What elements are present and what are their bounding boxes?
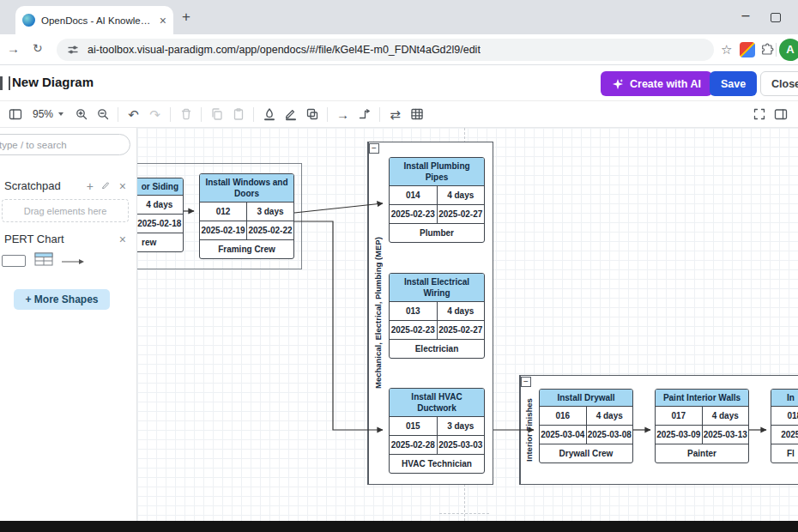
zoom-in-icon[interactable] [70, 104, 92, 124]
node-title: Install Plumbing Pipes [390, 158, 484, 186]
url-bar[interactable]: ai-toolbox.visual-paradigm.com/app/opend… [57, 39, 714, 61]
divider [379, 107, 380, 122]
tab-close-icon[interactable]: × [160, 15, 166, 27]
pert-node-hvac[interactable]: Install HVAC Ductwork 015 3 days 2025-02… [389, 388, 485, 474]
node-id-cell: 015 [390, 417, 438, 435]
save-label: Save [721, 78, 746, 90]
tab-title: OpenDocs - AI Knowledge Base [41, 15, 154, 26]
delete-icon [175, 104, 196, 124]
pert-node-plumbing[interactable]: Install Plumbing Pipes 014 4 days 2025-0… [389, 157, 485, 243]
shape-preview-connector[interactable] [62, 253, 84, 269]
node-resource-cell: Electrician [390, 340, 484, 358]
node-id-cell: 018 [771, 407, 798, 425]
node-duration-cell: 4 days [703, 407, 749, 425]
shape-preview-table[interactable] [34, 252, 53, 269]
diagram-toolbar: 95% ↶ ↷ → [0, 101, 798, 128]
bookmark-star-icon[interactable]: ☆ [721, 42, 732, 57]
panel-right-icon[interactable] [770, 104, 791, 124]
close-button[interactable]: Close [760, 71, 798, 96]
zoom-level-dropdown[interactable]: 95% [26, 104, 70, 124]
scratchpad-edit-icon[interactable] [101, 180, 112, 192]
extensions-puzzle-icon[interactable] [760, 43, 774, 60]
scratchpad-dropzone[interactable]: Drag elements here [2, 199, 129, 222]
divider [170, 107, 171, 122]
window-maximize-button[interactable] [771, 13, 781, 22]
node-end-cell: 2025-02-22 [247, 221, 293, 239]
node-title: In [771, 390, 798, 407]
diagram-canvas[interactable]: Mechanical, Electrical, Plumbing (MEP) −… [137, 128, 798, 521]
node-id-cell: 012 [200, 203, 247, 221]
node-title: Paint Interior Walls [656, 390, 748, 407]
bottom-bar [0, 521, 798, 532]
divider [776, 43, 777, 57]
connector[interactable] [294, 221, 383, 430]
table-icon[interactable] [406, 104, 427, 124]
pert-node-paint[interactable]: Paint Interior Walls 017 4 days 2025-03-… [655, 389, 749, 463]
node-id-cell: 014 [390, 186, 438, 204]
format-painter-icon[interactable] [301, 104, 323, 124]
node-resource-cell: Framing Crew [200, 240, 293, 258]
search-input[interactable] [0, 134, 130, 155]
forward-button[interactable]: → [7, 41, 20, 56]
divider [201, 107, 202, 122]
close-label: Close [771, 78, 798, 90]
fullscreen-icon[interactable] [748, 104, 770, 124]
extension-icon[interactable] [740, 42, 755, 57]
new-tab-button[interactable]: + [177, 8, 196, 27]
node-start-cell: 2025-03-04 [540, 426, 587, 444]
node-title: Install HVAC Ductwork [390, 389, 484, 417]
site-settings-icon[interactable] [67, 44, 79, 56]
pert-node-drywall[interactable]: Install Drywall 016 4 days 2025-03-04 20… [539, 389, 633, 463]
node-duration-cell: 3 days [438, 417, 485, 435]
shape-previews [2, 252, 84, 269]
node-duration-cell: 4 days [587, 407, 633, 425]
zoom-value: 95% [33, 108, 53, 120]
node-start-cell: 2025-02-23 [390, 321, 438, 339]
save-button[interactable]: Save [710, 71, 757, 96]
node-id-cell: 013 [390, 302, 438, 320]
scratchpad-close-icon[interactable]: × [119, 180, 126, 192]
scratchpad-add-icon[interactable]: + [87, 180, 94, 192]
group-collapse-button[interactable]: − [521, 377, 531, 387]
node-title: Install Windows and Doors [200, 174, 293, 203]
node-resource-cell: rew [137, 233, 183, 251]
pert-node-siding[interactable]: or Siding 4 days 2025-02-18 rew [137, 178, 184, 252]
node-title: Install Drywall [540, 390, 632, 407]
browser-tab[interactable]: OpenDocs - AI Knowledge Base × [15, 6, 173, 34]
swap-connector-icon[interactable]: ⇄ [384, 104, 406, 124]
window-minimize-button[interactable]: – [731, 0, 760, 34]
profile-avatar[interactable]: A [779, 39, 798, 61]
node-start-cell: 2025-02-28 [390, 436, 438, 454]
pert-panel-close-icon[interactable]: × [119, 233, 126, 245]
elbow-connector-icon[interactable] [354, 104, 375, 124]
node-resource-cell: Drywall Crew [540, 444, 632, 462]
connector[interactable] [294, 203, 383, 213]
pert-panel-header: PERT Chart × [4, 233, 126, 245]
group-collapse-button[interactable]: − [369, 143, 379, 154]
reload-button[interactable]: ↻ [33, 41, 43, 55]
copy-icon [206, 104, 227, 124]
node-start-cell: 2025-02-23 [390, 205, 438, 223]
paste-icon [227, 104, 249, 124]
pert-node-electrical[interactable]: Install Electrical Wiring 013 4 days 202… [389, 273, 485, 359]
sparkle-icon [612, 78, 624, 90]
app-header: New Diagram Create with AI Save Close [0, 65, 798, 101]
toggle-sidebar-icon[interactable] [4, 104, 26, 124]
pert-node-flooring[interactable]: In 018 2025-0 Fl [771, 389, 798, 463]
straight-connector-icon[interactable]: → [332, 104, 354, 124]
line-color-icon[interactable] [280, 104, 301, 124]
divider [327, 107, 328, 122]
divider [118, 107, 118, 122]
undo-icon[interactable]: ↶ [123, 104, 144, 124]
site-favicon-icon [22, 14, 35, 27]
pert-node-windows-doors[interactable]: Install Windows and Doors 012 3 days 202… [199, 173, 294, 259]
node-duration-cell: 4 days [438, 302, 485, 320]
fill-color-icon[interactable] [258, 104, 280, 124]
zoom-out-icon[interactable] [92, 104, 113, 124]
more-shapes-button[interactable]: + More Shapes [14, 289, 110, 310]
menu-icon[interactable] [0, 76, 10, 90]
node-resource-cell: Painter [656, 444, 748, 462]
node-end-cell: 2025-03-08 [587, 426, 633, 444]
create-with-ai-button[interactable]: Create with AI [601, 71, 712, 96]
shape-preview-node[interactable] [2, 255, 26, 267]
